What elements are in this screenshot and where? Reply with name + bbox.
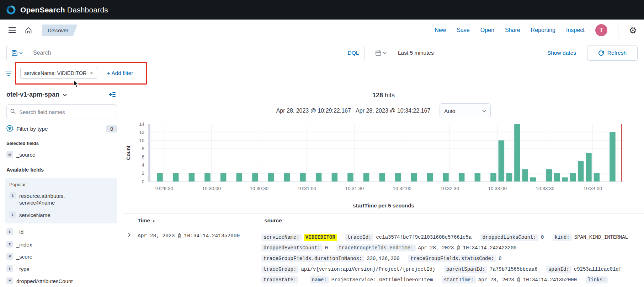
selected-fields-list: ▤_source [6,151,117,158]
svg-text:8: 8 [142,146,144,151]
field-item-_index[interactable]: t_index [6,241,117,248]
discover-main: 128 hits Apr 28, 2023 @ 10:29:22.167 - A… [123,87,644,287]
field-type-icon: # [6,277,13,284]
source-field-key: serviceName: [261,234,302,241]
table-header: Time▼ _source [123,213,644,227]
home-icon[interactable] [23,25,34,36]
field-name: _score [16,253,32,260]
opensearch-logo-icon [6,5,16,15]
svg-text:10:31:30: 10:31:30 [345,186,364,191]
filter-by-type-label: Filter by type [16,126,48,132]
nav-link-inspect[interactable]: Inspect [566,27,585,33]
show-dates-button[interactable]: Show dates [542,45,582,61]
source-field-value: VIDIEDITOR [304,234,337,241]
index-pattern-title[interactable]: otel-v1-apm-span [6,91,59,98]
field-type-icon: ▤ [6,151,13,158]
svg-text:10:30:30: 10:30:30 [250,186,268,191]
field-item-droppedAttributesCount[interactable]: #droppedAttributesCount [6,277,117,285]
svg-text:10:30:00: 10:30:00 [202,186,221,191]
field-type-icon: t [6,241,13,248]
add-filter-button[interactable]: + Add filter [105,70,135,77]
refresh-button[interactable]: Refresh [587,45,638,61]
source-field-key: spanId: [546,266,571,273]
source-field-value: 0 [541,234,544,240]
source-field-key: droppedEventsCount: [261,244,323,251]
filter-icon[interactable] [5,70,12,77]
field-item-_id[interactable]: t_id [6,228,117,236]
field-item-_source[interactable]: ▤_source [6,151,117,158]
source-field-key: traceGroupFields.statusCode: [408,255,496,262]
nav-link-save[interactable]: Save [457,27,469,33]
popular-fields-panel: Popular tresource.attributes.service@nam… [5,178,117,224]
interval-select[interactable]: Auto [440,103,491,118]
collapse-sidebar-icon[interactable] [108,90,117,99]
menu-icon[interactable] [6,25,18,35]
search-input[interactable] [28,45,342,61]
source-field-key: traceGroupFields.endTime: [336,244,415,251]
source-field: parentSpanId:7a79b71565bbcaa6 [444,264,538,275]
svg-text:6: 6 [142,154,144,159]
source-field-key: kind: [553,234,572,241]
source-field-key: startTime: [442,276,476,283]
settings-icon[interactable]: ⚙ [629,26,637,35]
filter-bar: serviceName: VIDIEDITOR × + Add filter [0,65,644,87]
app-header: OpenSearch Dashboards [0,0,644,20]
field-search-box [6,104,117,119]
svg-text:12: 12 [139,130,144,135]
avatar[interactable]: T [595,24,607,36]
search-group: DQL [6,45,365,61]
source-field: name:ProjectService: GetTimelineForItem [310,275,433,285]
source-field-key: name: [310,276,329,283]
documents-table: Time▼ _source Apr 28, 2023 @ 10:34:14.24… [123,213,644,287]
source-field: traceGroupFields.statusCode:0 [408,253,502,264]
calendar-icon[interactable] [370,45,392,61]
source-field-value: ProjectService: GetTimelineForItem [331,277,433,283]
field-search-input[interactable] [18,109,113,115]
svg-text:14: 14 [139,121,144,127]
field-name: serviceName [19,211,50,219]
source-field-key: parentSpanId: [444,266,487,273]
field-name: _source [16,151,35,158]
svg-text:10:32:30: 10:32:30 [440,186,459,191]
row-time: Apr 28, 2023 @ 10:34:14.241352000 [138,232,261,239]
sort-descending-icon[interactable]: ▼ [152,220,155,223]
field-item-resource.attributes.service@name[interactable]: tresource.attributes.service@name [9,192,113,206]
expand-row-icon[interactable] [123,232,138,238]
time-column-header[interactable]: Time▼ [138,217,261,223]
filter-pill-label: serviceName: VIDIEDITOR [24,70,86,76]
chevron-down-icon[interactable] [63,92,67,98]
nav-link-share[interactable]: Share [505,27,520,33]
source-column-header: _source [261,217,282,223]
saved-query-button[interactable] [7,45,28,61]
filter-by-type[interactable]: Filter by type 0 [6,125,117,133]
field-item-_score[interactable]: #_score [6,253,117,260]
time-range-value[interactable]: Last 5 minutes [392,45,542,61]
source-field: kind:SPAN_KIND_INTERNAL [553,232,628,243]
chart-date-range: Apr 28, 2023 @ 10:29:22.167 - Apr 28, 20… [276,108,431,114]
histogram-chart[interactable]: 0246810121410:29:3010:30:0010:30:3010:31… [124,121,629,201]
field-item-serviceName[interactable]: tserviceName [9,211,113,219]
source-field: droppedLinksCount:0 [480,232,544,243]
nav-link-reporting[interactable]: Reporting [531,27,555,33]
nav-link-new[interactable]: New [435,27,446,33]
source-field-value: 0 [325,245,328,251]
query-language-button[interactable]: DQL [342,45,364,61]
field-name: _id [16,228,23,236]
source-field-value: SPAN_KIND_INTERNAL [574,234,628,240]
svg-text:10:31:00: 10:31:00 [297,186,316,191]
field-name: _type [16,265,30,273]
table-row: Apr 28, 2023 @ 10:34:14.241352000service… [123,227,644,287]
source-field: links: [586,275,610,285]
nav-link-open[interactable]: Open [480,27,494,33]
filter-pill[interactable]: serviceName: VIDIEDITOR × [20,68,97,78]
breadcrumb[interactable]: Discover [42,25,78,36]
field-item-_type[interactable]: t_type [6,265,117,273]
table-body: Apr 28, 2023 @ 10:34:14.241352000service… [123,227,644,287]
row-source: serviceName:VIDIEDITOR traceId:ec1a3574f… [261,232,644,287]
chart-xaxis-title: startTime per 5 seconds [123,202,644,209]
source-field-key: links: [586,276,608,283]
remove-filter-icon[interactable]: × [90,70,93,76]
svg-text:10:32:00: 10:32:00 [393,186,411,191]
field-type-icon: t [6,228,13,235]
app-title: OpenSearch Dashboards [20,6,108,14]
